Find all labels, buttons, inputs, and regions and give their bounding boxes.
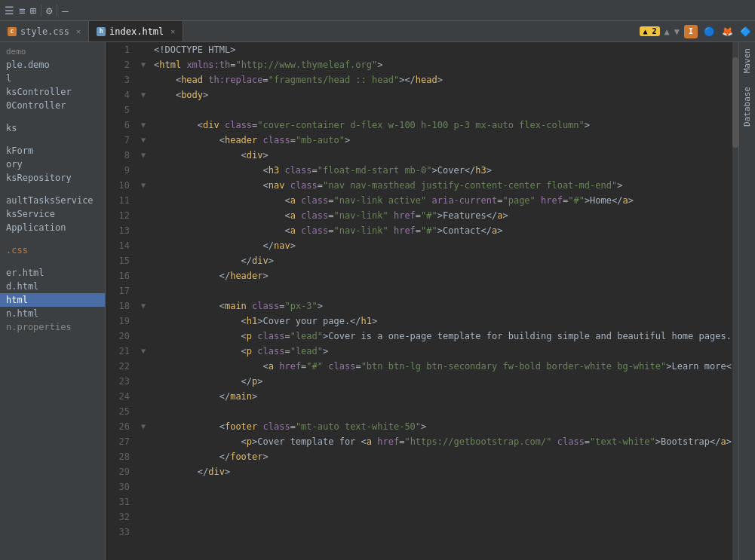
list-icon[interactable]: ≡	[19, 5, 25, 17]
sidebar-project-root[interactable]: demo	[0, 45, 105, 58]
code-line-11: <a class="nav-link active" aria-current=…	[154, 193, 732, 208]
code-text-13: <a class="nav-link" href="#">Contact</a>	[154, 223, 503, 238]
sidebar-item-0controller[interactable]: 0Controller	[0, 99, 105, 112]
editor-area: 1 2 3 4 5 6 7 8 9 10 11 12 13 14 15 16 1…	[106, 42, 738, 560]
tab-close-css[interactable]: ✕	[76, 27, 81, 35]
sidebar-item-ks[interactable]: ks	[0, 121, 105, 135]
line-num-11: 11	[106, 193, 130, 208]
code-text-21: <p class="lead">	[154, 344, 328, 359]
code-line-5	[154, 103, 732, 118]
tab-style-css[interactable]: c style.css ✕	[0, 21, 89, 41]
sidebar-item-n-html[interactable]: n.html	[0, 307, 105, 320]
sidebar-item-service[interactable]: ksService	[0, 207, 105, 221]
fold-25	[136, 404, 151, 419]
sidebar-item-ory[interactable]: ory	[0, 158, 105, 171]
code-text-2: <html xmlns:th="http://www.thymeleaf.org…	[154, 57, 382, 72]
sidebar-item-kscontroller[interactable]: ksController	[0, 85, 105, 99]
sidebar-item-controller1[interactable]: ple.demo	[0, 58, 105, 72]
fold-17	[136, 283, 151, 298]
sidebar-item-html[interactable]: html	[0, 293, 105, 307]
collapse-icon[interactable]: ▲	[664, 26, 670, 37]
fold-4[interactable]: ▼	[136, 87, 151, 103]
database-tab[interactable]: Database	[740, 81, 754, 133]
close-icon[interactable]: —	[62, 5, 68, 17]
line-num-12: 12	[106, 208, 130, 223]
code-text-4: <body>	[154, 87, 208, 103]
code-line-20: <p class="lead">Cover is a one-page temp…	[154, 329, 732, 344]
code-editor[interactable]: <!DOCTYPE HTML> <html xmlns:th="http://w…	[151, 42, 732, 560]
fold-30	[136, 479, 151, 494]
fold-23	[136, 374, 151, 389]
warning-badge[interactable]: ▲ 2	[640, 26, 659, 36]
line-num-18: 18	[106, 298, 130, 314]
expand-icon[interactable]: ▼	[674, 26, 680, 37]
fold-11	[136, 193, 151, 208]
sidebar-item-properties[interactable]: n.properties	[0, 320, 105, 334]
fold-21[interactable]: ▼	[136, 344, 151, 359]
fold-10[interactable]: ▼	[136, 178, 151, 193]
sidebar-item-defaulttasksservice[interactable]: aultTasksService	[0, 194, 105, 207]
code-line-29: </div>	[154, 464, 732, 479]
code-line-19: <h1>Cover your page.</h1>	[154, 314, 732, 329]
line-num-4: 4	[106, 87, 130, 103]
fold-1	[136, 42, 151, 57]
tab-label-css: style.css	[20, 26, 69, 37]
line-num-17: 17	[106, 283, 130, 298]
sidebar-gap2	[0, 135, 105, 144]
sidebar-item-kform[interactable]: kForm	[0, 144, 105, 158]
settings-icon[interactable]: ⚙	[46, 5, 52, 17]
line-num-10: 10	[106, 178, 130, 193]
code-line-3: <head th:replace="fragments/head :: head…	[154, 72, 732, 87]
code-line-15: </div>	[154, 253, 732, 268]
maven-tab[interactable]: Maven	[740, 42, 754, 79]
code-line-33	[154, 525, 732, 540]
sliders-icon[interactable]: ⊞	[29, 5, 35, 17]
line-num-19: 19	[106, 314, 130, 329]
code-text-26: <footer class="mt-auto text-white-50">	[154, 419, 426, 434]
fold-18[interactable]: ▼	[136, 298, 151, 314]
line-num-22: 22	[106, 359, 130, 374]
line-num-28: 28	[106, 449, 130, 464]
editor-scrollbar[interactable]	[732, 42, 738, 560]
code-line-6: <div class="cover-container d-flex w-100…	[154, 118, 732, 133]
line-num-24: 24	[106, 389, 130, 404]
sidebar-item-css[interactable]: .css	[0, 243, 105, 257]
code-line-12: <a class="nav-link" href="#">Features</a…	[154, 208, 732, 223]
edge-icon[interactable]: 🔷	[738, 25, 752, 38]
tab-close-html[interactable]: ✕	[170, 27, 175, 35]
scrollbar-thumb[interactable]	[732, 57, 738, 148]
code-line-28: </footer>	[154, 449, 732, 464]
code-text-9: <h3 class="float-md-start mb-0">Cover</h…	[154, 163, 492, 178]
fold-8[interactable]: ▼	[136, 148, 151, 163]
code-text-8: <div>	[154, 148, 269, 163]
line-numbers: 1 2 3 4 5 6 7 8 9 10 11 12 13 14 15 16 1…	[106, 42, 136, 560]
firefox-icon[interactable]: 🦊	[720, 25, 734, 38]
sidebar-item-er-html[interactable]: er.html	[0, 266, 105, 280]
fold-27	[136, 434, 151, 449]
fold-14	[136, 238, 151, 253]
fold-24	[136, 389, 151, 404]
sidebar-item-d-html[interactable]: d.html	[0, 280, 105, 293]
code-line-31	[154, 494, 732, 510]
fold-6[interactable]: ▼	[136, 118, 151, 133]
line-num-16: 16	[106, 268, 130, 283]
line-num-30: 30	[106, 479, 130, 494]
html-file-icon: h	[97, 27, 106, 36]
fold-2[interactable]: ▼	[136, 57, 151, 72]
code-line-23: </p>	[154, 374, 732, 389]
line-num-20: 20	[106, 329, 130, 344]
sidebar-item-ksrepository[interactable]: ksRepository	[0, 171, 105, 185]
fold-16	[136, 268, 151, 283]
line-num-9: 9	[106, 163, 130, 178]
fold-7[interactable]: ▼	[136, 133, 151, 148]
chrome-icon[interactable]: 🔵	[702, 25, 716, 38]
tab-index-html[interactable]: h index.html ✕	[89, 21, 183, 41]
tab-bar: c style.css ✕ h index.html ✕ ▲ 2 ▲ ▼ I 🔵…	[0, 21, 755, 42]
line-num-13: 13	[106, 223, 130, 238]
code-text-20: <p class="lead">Cover is a one-page temp…	[154, 329, 732, 344]
sidebar-item-l[interactable]: l	[0, 72, 105, 85]
fold-26[interactable]: ▼	[136, 419, 151, 434]
sidebar-item-application[interactable]: Application	[0, 221, 105, 234]
hamburger-icon[interactable]: ☰	[5, 5, 14, 17]
code-text-22: <a href="#" class="btn btn-lg btn-second…	[154, 359, 732, 374]
